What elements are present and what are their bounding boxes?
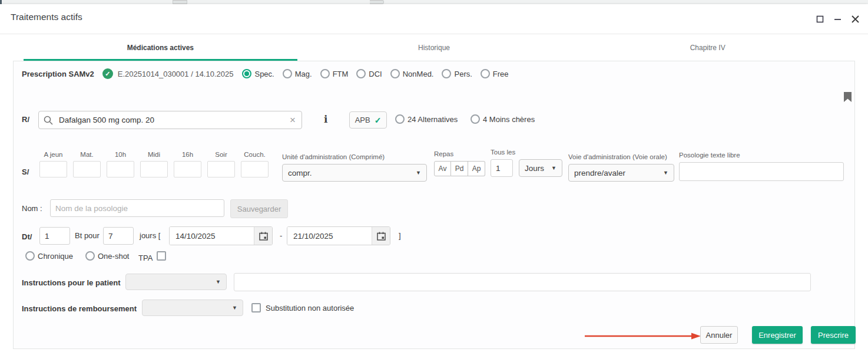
start-date-calendar-button[interactable]: [254, 227, 272, 245]
end-date-input[interactable]: [287, 227, 372, 245]
medication-search-input[interactable]: [58, 115, 289, 125]
patient-instructions-select[interactable]: ▼: [125, 274, 227, 290]
tpa-label: TPA: [138, 254, 153, 262]
reimbursement-instructions-label: Instructions de remboursement: [22, 304, 137, 313]
slot-ajeun-input[interactable]: [39, 161, 67, 177]
slot-couch-input[interactable]: [241, 161, 269, 177]
clear-search-icon[interactable]: ×: [289, 115, 297, 125]
minimize-button[interactable]: [830, 12, 844, 26]
name-label: Nom :: [22, 204, 42, 213]
minimize-icon: [834, 15, 842, 23]
jours-bracket-label: jours [: [140, 231, 160, 240]
type-radio-dci[interactable]: DCI: [356, 69, 382, 78]
reimbursement-instructions-select[interactable]: ▼: [142, 300, 243, 316]
type-radio-spec[interactable]: Spec.: [242, 69, 274, 78]
meal-av-button[interactable]: Av: [434, 161, 451, 176]
prescription-valid-check-icon: ✓: [102, 68, 113, 79]
unit-select[interactable]: compr. ▼: [282, 164, 427, 182]
slot-mat-input[interactable]: [73, 161, 101, 177]
meal-segmented-group: Av Pd Ap: [434, 161, 485, 176]
route-select[interactable]: prendre/avaler ▼: [568, 164, 674, 182]
slot-soir-input[interactable]: [207, 161, 235, 177]
close-button[interactable]: [848, 12, 862, 26]
bookmark-icon[interactable]: [844, 92, 852, 104]
search-icon: [44, 116, 53, 125]
calendar-icon: [259, 232, 268, 241]
background-window-sliver: [0, 0, 868, 4]
tpa-checkbox[interactable]: [157, 251, 166, 261]
type-radio-nonmed[interactable]: NonMed.: [390, 69, 434, 78]
meal-ap-button[interactable]: Ap: [468, 161, 485, 176]
cancel-button[interactable]: Annuler: [700, 326, 738, 344]
radio-icon: [356, 69, 366, 78]
type-radio-mag[interactable]: Mag.: [283, 69, 312, 78]
date-separator: -: [280, 231, 282, 240]
meal-label: Repas: [434, 150, 453, 157]
calendar-icon: [377, 232, 386, 241]
slot-mat: Mat.: [73, 151, 101, 177]
background-text-sliver: [0, 0, 2, 4]
rx-prefix-label: R/: [22, 115, 29, 124]
slot-soir: Soir: [207, 151, 235, 177]
every-value-input[interactable]: [491, 159, 513, 177]
slot-couch: Couch.: [241, 151, 269, 177]
radio-icon: [481, 69, 490, 78]
close-icon: [852, 15, 859, 23]
radio-icon: [442, 69, 451, 78]
slot-16h: 16h: [174, 151, 201, 177]
radio-icon: [395, 114, 405, 124]
slot-ajeun: A jeun: [39, 151, 67, 177]
chevron-down-icon: ▼: [232, 305, 237, 311]
start-date-field: [169, 226, 273, 245]
info-icon[interactable]: i: [324, 113, 327, 125]
days-count-input[interactable]: [103, 227, 134, 245]
slot-midi: Midi: [140, 151, 168, 177]
slot-10h-input[interactable]: [107, 161, 134, 177]
save-posology-button[interactable]: Sauvegarder: [230, 199, 288, 218]
chevron-down-icon: ▼: [551, 165, 556, 171]
unit-label: Unité d'administration (Comprimé): [282, 153, 385, 160]
type-radio-free[interactable]: Free: [481, 69, 509, 78]
end-date-calendar-button[interactable]: [372, 227, 390, 245]
apb-button[interactable]: APB ✓: [349, 111, 387, 129]
prescription-header-row: Prescription SAMv2 ✓ E.20251014_030001 /…: [22, 68, 509, 79]
radio-icon: [283, 69, 292, 78]
type-radio-ftm[interactable]: FTM: [320, 69, 349, 78]
cheaper-radio[interactable]: 4 Moins chères: [471, 114, 535, 124]
radio-icon: [25, 251, 35, 261]
dialog-titlebar: Traitements actifs: [0, 4, 868, 34]
slot-10h: 10h: [107, 151, 134, 177]
tab-historique[interactable]: Historique: [297, 34, 571, 61]
pointer-arrow-annotation: [584, 332, 701, 343]
slot-midi-input[interactable]: [140, 161, 168, 177]
oneshot-radio[interactable]: One-shot: [85, 251, 129, 261]
substitution-checkbox[interactable]: [251, 303, 261, 312]
alternatives-radio[interactable]: 24 Alternatives: [395, 114, 458, 124]
start-date-input[interactable]: [170, 227, 254, 245]
tab-medications-actives[interactable]: Médications actives: [24, 34, 297, 61]
bracket-close-label: ]: [399, 231, 401, 240]
posology-prefix-label: S/: [22, 167, 29, 176]
tab-chapitre-iv[interactable]: Chapitre IV: [571, 34, 844, 61]
type-radio-pers[interactable]: Pers.: [442, 69, 472, 78]
prescription-label: Prescription SAMv2: [22, 70, 94, 78]
radio-icon: [471, 114, 480, 124]
dialog-title: Traitements actifs: [11, 12, 82, 22]
boxes-count-input[interactable]: [39, 227, 70, 245]
free-text-input[interactable]: [679, 162, 844, 181]
bt-pour-label: Bt pour: [75, 231, 100, 240]
background-divider: [370, 0, 384, 4]
save-button[interactable]: Enregistrer: [752, 326, 803, 344]
chronique-radio[interactable]: Chronique: [25, 251, 73, 261]
chevron-down-icon: ▼: [663, 170, 668, 176]
maximize-button[interactable]: [813, 12, 827, 26]
every-unit-select[interactable]: Jours ▼: [519, 159, 562, 177]
posology-name-input[interactable]: [50, 199, 224, 217]
slot-16h-input[interactable]: [174, 161, 201, 177]
meal-pd-button[interactable]: Pd: [451, 161, 468, 176]
substitution-label: Substitution non autorisée: [266, 304, 354, 312]
duration-prefix-label: Dt/: [22, 232, 32, 241]
chevron-down-icon: ▼: [416, 170, 421, 176]
patient-instructions-input[interactable]: [234, 273, 811, 291]
prescribe-button[interactable]: Prescrire: [811, 326, 856, 344]
